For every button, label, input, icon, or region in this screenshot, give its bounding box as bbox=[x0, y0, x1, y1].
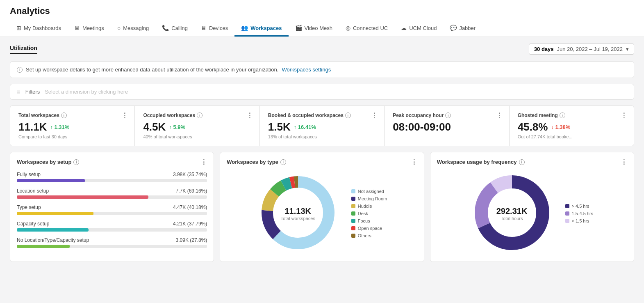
bar-fill bbox=[17, 179, 85, 182]
chevron-down-icon: ▾ bbox=[626, 46, 629, 52]
chart-type-info-icon: i bbox=[280, 159, 286, 165]
kpi-menu-ghosted-meeting[interactable]: ⋮ bbox=[621, 112, 628, 119]
kpi-label-ghosted-meeting: Ghosted meeting i bbox=[518, 112, 626, 118]
tab-connected-uc[interactable]: ◎Connected UC bbox=[339, 21, 394, 37]
kpi-change-occupied-workspaces: ↑ 5.9% bbox=[169, 124, 185, 130]
tab-devices[interactable]: 🖥Devices bbox=[194, 21, 234, 37]
date-range-selector[interactable]: 30 days Jun 20, 2022 – Jul 19, 2022 ▾ bbox=[529, 44, 634, 55]
calling-icon: 📞 bbox=[162, 25, 169, 31]
bar-item-header: Fully setup 3.98K (35.74%) bbox=[17, 172, 207, 177]
devices-icon: 🖥 bbox=[201, 25, 207, 31]
kpi-sub-occupied-workspaces: 40% of total workspaces bbox=[143, 134, 251, 139]
bar-value: 7.7K (69.16%) bbox=[176, 188, 207, 194]
donut-frequency-svg-wrapper: 292.31K Total hours bbox=[471, 172, 553, 255]
tab-calling[interactable]: 📞Calling bbox=[155, 21, 194, 37]
legend-type: Not assigned Meeting Room Huddle Desk Fo… bbox=[351, 189, 387, 238]
bar-item: Location setup 7.7K (69.16%) bbox=[17, 188, 207, 199]
kpi-menu-total-workspaces[interactable]: ⋮ bbox=[121, 112, 129, 119]
bar-track bbox=[17, 179, 207, 182]
kpi-label-total-workspaces: Total workspaces i bbox=[18, 112, 126, 118]
tab-meetings[interactable]: 🖥Meetings bbox=[68, 21, 111, 37]
legend-dot bbox=[351, 189, 355, 193]
tab-label-devices: Devices bbox=[209, 25, 228, 31]
kpi-info-icon-total-workspaces: i bbox=[61, 112, 67, 118]
kpi-menu-peak-occupancy[interactable]: ⋮ bbox=[496, 112, 503, 119]
filters-placeholder: Select a dimension by clicking here bbox=[45, 89, 128, 95]
tab-label-messaging: Messaging bbox=[123, 25, 149, 31]
donut-frequency-center: 292.31K Total hours bbox=[496, 206, 528, 220]
bar-item: Capacity setup 4.21K (37.79%) bbox=[17, 221, 207, 232]
bar-label: No Location/Type/Capacity setup bbox=[17, 237, 89, 243]
workspaces-settings-link[interactable]: Workspaces settings bbox=[282, 67, 331, 73]
legend-label: Huddle bbox=[358, 204, 372, 209]
kpi-label-booked-occupied: Booked & occupied workspaces i bbox=[268, 112, 376, 118]
donut-frequency-container: 292.31K Total hours > 4.5 hrs 1.5-4.5 hr… bbox=[437, 172, 627, 255]
kpi-change-total-workspaces: ↑ 1.31% bbox=[50, 124, 69, 130]
legend-label: Others bbox=[358, 233, 371, 238]
tab-jabber[interactable]: 💬Jabber bbox=[443, 21, 482, 37]
info-text: Set up workspace details to get more enh… bbox=[26, 67, 278, 73]
chart-setup-menu[interactable]: ⋮ bbox=[200, 158, 208, 166]
kpi-info-icon-peak-occupancy: i bbox=[445, 112, 451, 118]
donut-type-value: 11.13K bbox=[281, 206, 315, 216]
bar-value: 3.09K (27.8%) bbox=[176, 237, 207, 243]
chart-setup-info-icon: i bbox=[73, 159, 79, 165]
chart-type-card: Workspaces by type i ⋮ 11.13K Total work… bbox=[220, 152, 424, 262]
kpi-card-ghosted-meeting: Ghosted meeting i 45.8% ↓ 1.38% Out of 2… bbox=[510, 106, 634, 146]
bar-item-header: Capacity setup 4.21K (37.79%) bbox=[17, 221, 207, 227]
bar-track bbox=[17, 212, 207, 215]
kpi-value-peak-occupancy: 08:00-09:00 bbox=[393, 121, 501, 133]
legend-dot bbox=[565, 211, 569, 216]
donut-type-label: Total workspaces bbox=[281, 216, 315, 220]
legend-label: 1.5-4.5 hrs bbox=[572, 211, 594, 216]
chart-type-title: Workspaces by type i bbox=[227, 159, 417, 165]
kpi-card-occupied-workspaces: Occupied workspaces i 4.5K ↑ 5.9% 40% of… bbox=[135, 106, 259, 146]
legend-dot bbox=[565, 219, 569, 223]
nav-tabs: ⊞My Dashboards🖥Meetings○Messaging📞Callin… bbox=[10, 21, 634, 37]
legend-dot bbox=[351, 234, 355, 238]
bar-label: Location setup bbox=[17, 188, 49, 194]
date-range-value: Jun 20, 2022 – Jul 19, 2022 bbox=[557, 46, 623, 52]
chart-type-menu[interactable]: ⋮ bbox=[411, 158, 418, 166]
tab-label-meetings: Meetings bbox=[82, 25, 104, 31]
bar-list: Fully setup 3.98K (35.74%) Location setu… bbox=[17, 172, 207, 248]
tab-my-dashboards[interactable]: ⊞My Dashboards bbox=[10, 21, 68, 37]
legend-item: < 1.5 hrs bbox=[565, 218, 594, 223]
chart-frequency-menu[interactable]: ⋮ bbox=[621, 158, 628, 166]
legend-label: < 1.5 hrs bbox=[572, 218, 589, 223]
kpi-label-occupied-workspaces: Occupied workspaces i bbox=[143, 112, 251, 118]
chart-frequency-card: Workspace usage by frequency i ⋮ 292.31K… bbox=[430, 152, 634, 262]
connected-uc-icon: ◎ bbox=[346, 25, 350, 31]
section-title: Utilization bbox=[10, 45, 37, 54]
kpi-sub-total-workspaces: Compare to last 30 days bbox=[18, 134, 126, 139]
kpi-sub-booked-occupied: 13% of total workspaces bbox=[268, 134, 376, 139]
chart-setup-card: Workspaces by setup i ⋮ Fully setup 3.98… bbox=[10, 152, 214, 262]
legend-dot bbox=[565, 204, 569, 208]
tab-ucm-cloud[interactable]: ☁UCM Cloud bbox=[394, 21, 443, 37]
kpi-menu-booked-occupied[interactable]: ⋮ bbox=[371, 112, 378, 119]
legend-dot bbox=[351, 197, 355, 201]
legend-dot bbox=[351, 226, 355, 230]
page-title: Analytics bbox=[10, 6, 634, 16]
bar-track bbox=[17, 195, 207, 199]
kpi-change-booked-occupied: ↑ 16.41% bbox=[294, 124, 316, 130]
kpi-value-ghosted-meeting: 45.8% ↓ 1.38% bbox=[518, 121, 626, 133]
bar-item: Type setup 4.47K (40.18%) bbox=[17, 204, 207, 215]
tab-messaging[interactable]: ○Messaging bbox=[111, 21, 155, 37]
kpi-menu-occupied-workspaces[interactable]: ⋮ bbox=[246, 112, 254, 119]
bar-value: 4.21K (37.79%) bbox=[173, 221, 207, 227]
legend-dot bbox=[351, 204, 355, 208]
legend-item: Open space bbox=[351, 226, 387, 231]
bar-item-header: No Location/Type/Capacity setup 3.09K (2… bbox=[17, 237, 207, 243]
date-range-days: 30 days bbox=[534, 46, 554, 52]
filters-bar[interactable]: ≡ Filters Select a dimension by clicking… bbox=[10, 84, 634, 100]
tab-video-mesh[interactable]: 🎬Video Mesh bbox=[289, 21, 339, 37]
legend-label: Not assigned bbox=[358, 189, 384, 194]
tab-workspaces[interactable]: 👥Workspaces bbox=[234, 21, 288, 37]
ucm-cloud-icon: ☁ bbox=[401, 25, 407, 31]
bar-label: Type setup bbox=[17, 204, 41, 210]
tab-label-workspaces: Workspaces bbox=[250, 25, 282, 31]
legend-freq: > 4.5 hrs 1.5-4.5 hrs < 1.5 hrs bbox=[565, 204, 594, 223]
filters-label: Filters bbox=[25, 89, 40, 95]
filter-icon: ≡ bbox=[17, 88, 20, 95]
